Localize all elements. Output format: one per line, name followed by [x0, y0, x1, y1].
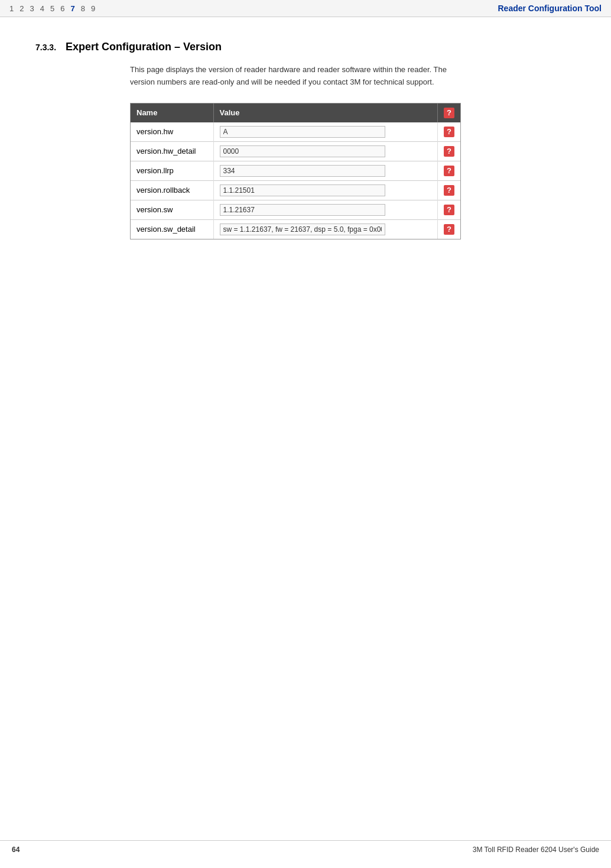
help-icon-4[interactable]: ?	[444, 205, 454, 215]
row-help-5[interactable]: ?	[438, 219, 461, 239]
version-table-wrap: Name Value ? version.hw?version.hw_detai…	[130, 103, 461, 239]
help-icon-0[interactable]: ?	[444, 127, 454, 137]
row-value-0	[213, 122, 438, 142]
col-header-value: Value	[213, 103, 438, 122]
row-help-3[interactable]: ?	[438, 180, 461, 200]
row-help-0[interactable]: ?	[438, 122, 461, 142]
doc-title: 3M Toll RFID Reader 6204 User's Guide	[473, 846, 599, 854]
table-row: version.sw?	[131, 200, 460, 219]
footer: 64 3M Toll RFID Reader 6204 User's Guide	[0, 840, 611, 854]
row-value-5	[213, 219, 438, 239]
table-row: version.hw_detail?	[131, 141, 460, 161]
app-title: Reader Configuration Tool	[498, 4, 602, 13]
value-input-2[interactable]	[220, 165, 385, 177]
nav-item-5[interactable]: 5	[50, 4, 54, 13]
row-help-2[interactable]: ?	[438, 161, 461, 180]
row-name-4: version.sw	[131, 200, 213, 219]
section-description: This page displays the version of reader…	[130, 64, 461, 89]
nav-item-8[interactable]: 8	[81, 4, 85, 13]
row-name-5: version.sw_detail	[131, 219, 213, 239]
section-heading: 7.3.3. Expert Configuration – Version	[35, 41, 576, 53]
row-name-0: version.hw	[131, 122, 213, 142]
col-header-help: ?	[438, 103, 461, 122]
chapter-nav[interactable]: 123456789	[9, 4, 95, 13]
value-input-4[interactable]	[220, 204, 385, 216]
value-input-3[interactable]	[220, 184, 385, 196]
value-input-5[interactable]	[220, 224, 385, 235]
help-icon-5[interactable]: ?	[444, 224, 454, 235]
value-input-1[interactable]	[220, 145, 385, 157]
row-help-1[interactable]: ?	[438, 141, 461, 161]
nav-item-7[interactable]: 7	[70, 4, 74, 13]
table-row: version.rollback?	[131, 180, 460, 200]
section-number: 7.3.3.	[35, 43, 56, 52]
row-help-4[interactable]: ?	[438, 200, 461, 219]
table-row: version.sw_detail?	[131, 219, 460, 239]
row-value-4	[213, 200, 438, 219]
help-icon-2[interactable]: ?	[444, 166, 454, 176]
nav-item-2[interactable]: 2	[20, 4, 24, 13]
row-value-3	[213, 180, 438, 200]
help-icon-3[interactable]: ?	[444, 185, 454, 196]
row-value-2	[213, 161, 438, 180]
value-input-0[interactable]	[220, 126, 385, 138]
header: 123456789 Reader Configuration Tool	[0, 0, 611, 17]
nav-item-1[interactable]: 1	[9, 4, 14, 13]
section-title: Expert Configuration – Version	[66, 41, 222, 53]
main-content: 7.3.3. Expert Configuration – Version Th…	[0, 17, 611, 275]
row-name-1: version.hw_detail	[131, 141, 213, 161]
help-icon-1[interactable]: ?	[444, 146, 454, 157]
nav-item-4[interactable]: 4	[40, 4, 44, 13]
col-header-name: Name	[131, 103, 213, 122]
page-number: 64	[12, 846, 20, 854]
header-help-icon[interactable]: ?	[444, 108, 454, 118]
row-name-3: version.rollback	[131, 180, 213, 200]
nav-item-6[interactable]: 6	[60, 4, 64, 13]
nav-item-9[interactable]: 9	[91, 4, 95, 13]
table-header-row: Name Value ?	[131, 103, 460, 122]
table-row: version.llrp?	[131, 161, 460, 180]
row-name-2: version.llrp	[131, 161, 213, 180]
version-table: Name Value ? version.hw?version.hw_detai…	[131, 103, 460, 239]
table-row: version.hw?	[131, 122, 460, 142]
row-value-1	[213, 141, 438, 161]
nav-item-3[interactable]: 3	[30, 4, 34, 13]
